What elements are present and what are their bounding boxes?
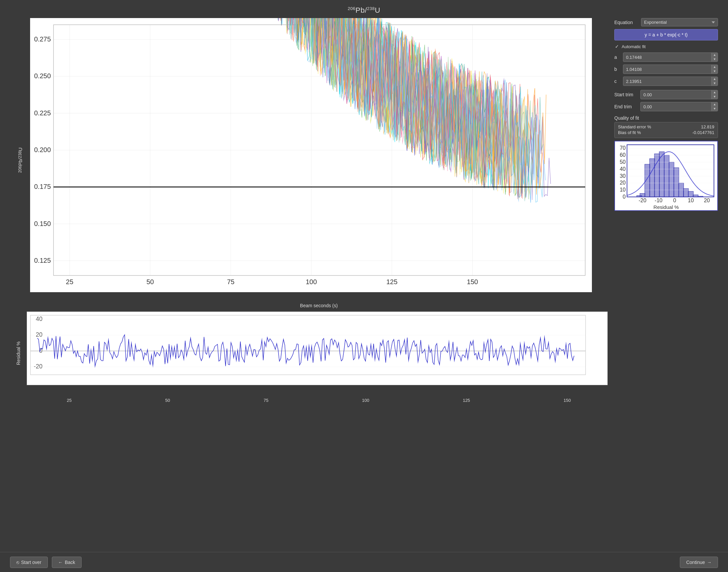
equation-label: Equation (614, 20, 638, 25)
param-b-label: b (614, 67, 620, 72)
quality-box: Standard error % 12.819 Bias of fit % -0… (614, 122, 718, 138)
param-c-stepper: ▲ ▼ (711, 77, 718, 86)
back-icon: ← (58, 560, 63, 565)
param-a-stepper: ▲ ▼ (711, 53, 718, 62)
main-chart-y-label: 206Pb/238U (10, 18, 30, 302)
end-trim-up[interactable]: ▲ (712, 102, 718, 106)
param-b-stepper: ▲ ▼ (711, 65, 718, 74)
start-trim-input[interactable] (641, 91, 711, 98)
start-over-icon: ⎋ (16, 560, 19, 565)
end-trim-input[interactable] (641, 103, 711, 111)
param-b-up[interactable]: ▲ (712, 65, 718, 69)
equation-select[interactable]: Exponential Linear Power (641, 18, 718, 26)
page-title: 206Pb/238U (0, 0, 728, 18)
param-b-down[interactable]: ▼ (712, 69, 718, 74)
u238-sup: 238 (367, 6, 375, 11)
start-trim-up[interactable]: ▲ (712, 90, 718, 95)
param-a-up[interactable]: ▲ (712, 53, 718, 57)
continue-button[interactable]: Continue → (680, 557, 718, 568)
histogram-container (614, 141, 718, 211)
end-trim-stepper: ▲ ▼ (711, 102, 718, 111)
param-a-label: a (614, 55, 620, 60)
param-a-down[interactable]: ▼ (712, 57, 718, 62)
start-over-button[interactable]: ⎋ Start over (10, 557, 48, 568)
start-trim-stepper: ▲ ▼ (711, 90, 718, 99)
quality-title: Quality of fit (614, 115, 718, 121)
main-chart (30, 18, 592, 292)
param-c-down[interactable]: ▼ (712, 81, 718, 86)
std-error-label: Standard error % (618, 124, 651, 129)
bias-value: -0.0147761 (692, 130, 714, 135)
bottom-left-buttons: ⎋ Start over ← Back (10, 557, 82, 568)
pb206-sup: 206 (348, 6, 355, 11)
residual-chart (27, 312, 589, 385)
param-c-up[interactable]: ▲ (712, 77, 718, 81)
param-c-label: c (614, 79, 620, 84)
param-b-input[interactable] (623, 66, 711, 73)
param-a-input[interactable] (623, 54, 711, 61)
start-trim-down[interactable]: ▼ (712, 95, 718, 99)
end-trim-down[interactable]: ▼ (712, 106, 718, 111)
back-button[interactable]: ← Back (52, 557, 82, 568)
main-x-axis-label: Beam seconds (s) (0, 303, 728, 308)
param-c-input[interactable] (623, 78, 711, 85)
std-error-value: 12.819 (701, 124, 714, 129)
right-panel: Equation Exponential Linear Power y = a … (614, 18, 718, 302)
bias-label: Bias of fit % (618, 130, 641, 135)
start-trim-label: Start trim (614, 92, 638, 97)
auto-fit-check: ✓ (615, 44, 619, 49)
continue-icon: → (707, 560, 712, 565)
histogram-chart (615, 141, 717, 210)
formula-box: y = a + b * exp(-c * t) (614, 29, 718, 41)
residual-y-label: Residual % (10, 311, 27, 395)
end-trim-label: End trim (614, 104, 638, 109)
bottom-bar: ⎋ Start over ← Back Continue → (0, 552, 728, 572)
auto-fit-label: Automatic fit (622, 44, 646, 49)
residual-x-ticks: 25 50 75 100 125 150 (0, 397, 728, 403)
